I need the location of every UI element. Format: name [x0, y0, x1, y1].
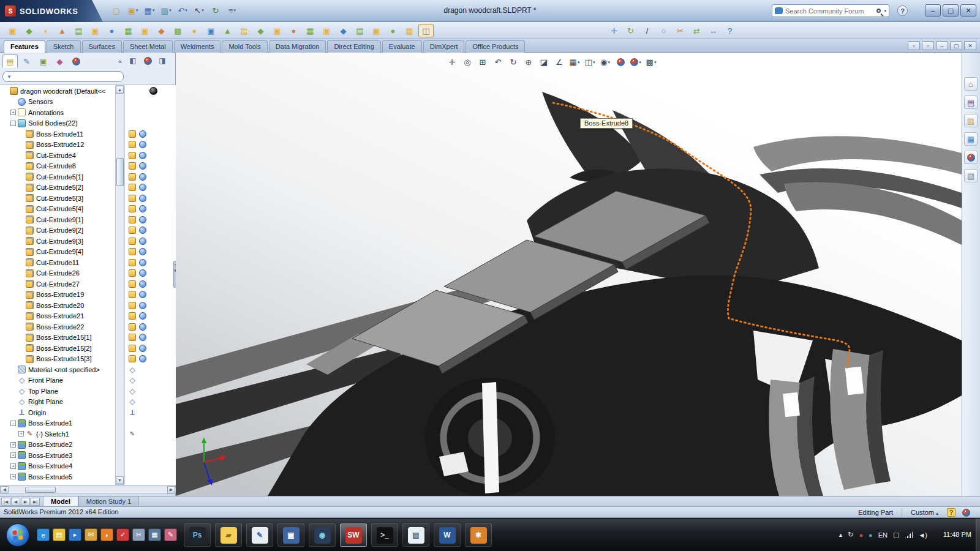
scroll-up-button[interactable]: ▲ — [116, 86, 124, 94]
appearance-sphere-icon[interactable] — [149, 87, 157, 95]
rotate-entities-icon[interactable]: ↻ — [623, 24, 638, 37]
display-mode-icon[interactable] — [139, 173, 146, 181]
previous-view-icon[interactable]: ↶ — [491, 56, 505, 69]
display-body-icon[interactable] — [129, 184, 136, 191]
network-tray-icon[interactable] — [905, 531, 913, 538]
snipping-tool-icon[interactable]: ✂ — [132, 528, 145, 541]
display-body-icon[interactable] — [129, 280, 136, 288]
tree-item[interactable]: Cut-Extrude9[4] — [0, 247, 115, 257]
tab-surfaces[interactable]: Surfaces — [82, 40, 122, 53]
antivirus-icon[interactable]: ✓ — [116, 528, 129, 541]
display-body-icon[interactable] — [129, 173, 136, 181]
view-palette-icon[interactable]: ▦ — [964, 132, 978, 146]
custom-macro-icon-22[interactable]: ▤ — [352, 24, 368, 37]
display-mode-icon[interactable] — [139, 184, 146, 191]
custom-macro-icon-12[interactable]: ● — [187, 24, 202, 37]
scrollbar-thumb[interactable] — [25, 487, 56, 493]
close-button[interactable]: ✕ — [960, 4, 976, 17]
tree-item[interactable]: Cut-Extrude5[1] — [0, 171, 115, 182]
display-body-icon[interactable] — [129, 269, 136, 277]
display-plane-icon[interactable]: ◇ — [129, 398, 136, 405]
antivirus-tray-icon[interactable]: ● — [859, 531, 863, 539]
select-icon[interactable]: ↖▾ — [192, 3, 206, 18]
display-plane-icon[interactable]: ◇ — [129, 377, 136, 384]
tree-item[interactable]: Boss-Extrude20 — [0, 300, 115, 310]
paint-icon[interactable]: ✎ — [164, 528, 177, 541]
status-appearance-icon[interactable] — [962, 509, 970, 517]
edit-appearance-icon[interactable] — [614, 56, 627, 69]
display-mode-icon[interactable] — [139, 216, 146, 223]
tree-item[interactable]: Boss-Extrude21 — [0, 311, 115, 321]
display-body-icon[interactable] — [129, 334, 136, 341]
tree-item[interactable]: Cut-Extrude9[2] — [0, 225, 115, 236]
custom-macro-icon-15[interactable]: ▤ — [236, 24, 252, 37]
custom-macro-icon-2[interactable]: ◆ — [21, 24, 37, 37]
propertymanager-tab-icon[interactable]: ✎ — [19, 54, 34, 68]
tab-sketch[interactable]: Sketch — [47, 40, 81, 53]
tree-expander[interactable]: + — [18, 431, 24, 437]
custom-macro-icon-23[interactable]: ▣ — [369, 24, 384, 37]
display-mode-icon[interactable] — [139, 280, 146, 288]
apply-scene-icon[interactable]: ▾ — [629, 56, 643, 69]
collapse-tree-pane-button[interactable]: « — [115, 56, 125, 66]
windows-explorer-icon[interactable]: ▤ — [53, 528, 66, 541]
tree-expander[interactable]: + — [10, 452, 16, 458]
appearances-scenes-icon[interactable] — [964, 151, 978, 164]
display-mode-icon[interactable] — [139, 312, 146, 320]
display-mode-icon[interactable] — [139, 130, 146, 138]
notepad-icon[interactable]: ▤ — [402, 523, 429, 547]
view-orientation-icon[interactable]: ▦▾ — [568, 56, 581, 69]
custom-macro-icon-7[interactable]: ● — [104, 24, 119, 37]
display-body-icon[interactable] — [129, 130, 136, 138]
tree-item[interactable]: +Boss-Extrude2 — [0, 440, 115, 450]
doc-tab-nav-button[interactable]: ▶ — [21, 498, 30, 506]
custom-macro-icon-4[interactable]: ▲ — [55, 24, 70, 37]
tree-expander[interactable]: - — [10, 121, 16, 126]
configurationmanager-tab-icon[interactable]: ▣ — [36, 54, 51, 68]
tree-item[interactable]: dragon woodcraft (Default<< — [0, 86, 115, 96]
tab-dimxpert[interactable]: DimXpert — [423, 40, 465, 53]
custom-macro-icon-25[interactable]: ▦ — [402, 24, 417, 37]
display-body-icon[interactable] — [129, 195, 136, 202]
toolbar-help-icon[interactable]: ? — [722, 24, 737, 37]
section-view-icon[interactable]: ◪ — [537, 56, 551, 69]
custom-macro-icon-9[interactable]: ▣ — [137, 24, 153, 37]
community-search-box[interactable]: ▾ — [772, 4, 889, 17]
tree-item[interactable]: Boss-Extrude22 — [0, 321, 115, 332]
display-mode-icon[interactable] — [139, 269, 146, 277]
tree-item[interactable]: +Boss-Extrude4 — [0, 461, 115, 471]
display-body-icon[interactable] — [129, 162, 136, 170]
display-mode-icon[interactable] — [139, 195, 146, 202]
custom-macro-icon-10[interactable]: ◆ — [154, 24, 169, 37]
tree-item[interactable]: Cut-Extrude4 — [0, 150, 115, 160]
tree-item[interactable]: Boss-Extrude15[1] — [0, 332, 115, 343]
display-mode-icon[interactable] — [139, 291, 146, 298]
doc-cascade-icon[interactable]: ▫ — [908, 41, 920, 50]
taskbar-clock[interactable]: 11:48 PM — [943, 531, 971, 538]
custom-macro-icon-24[interactable]: ● — [385, 24, 401, 37]
custom-macro-icon-3[interactable]: ◖ — [38, 24, 53, 37]
undo-icon[interactable]: ↶▾ — [175, 3, 190, 18]
scrollbar-thumb[interactable] — [116, 158, 124, 186]
rebuild-icon[interactable]: ↻ — [208, 3, 223, 18]
tree-item[interactable]: Cut-Extrude8 — [0, 161, 115, 171]
tree-item[interactable]: Boss-Extrude19 — [0, 290, 115, 300]
units-dropdown[interactable]: Custom▴ — [911, 509, 938, 516]
scroll-left-button[interactable]: ◀ — [1, 486, 9, 493]
tree-item[interactable]: Cut-Extrude27 — [0, 279, 115, 289]
tab-sheet-metal[interactable]: Sheet Metal — [123, 40, 173, 53]
view-settings-icon[interactable]: ▩▾ — [644, 56, 658, 69]
display-body-icon[interactable] — [129, 238, 136, 245]
command-prompt-icon[interactable]: >_ — [371, 523, 398, 547]
move-entities-icon[interactable]: ✛ — [606, 24, 622, 37]
zoom-to-fit-icon[interactable]: ◎ — [461, 56, 474, 69]
photo-viewer-icon[interactable]: ▣ — [277, 523, 304, 547]
solidworks-icon[interactable]: SW — [340, 523, 367, 547]
featuremanager-tab-icon[interactable]: ▤ — [2, 54, 18, 68]
display-mode-icon[interactable] — [139, 345, 146, 352]
tree-item[interactable]: Sensors — [0, 97, 115, 107]
display-plane-icon[interactable]: ◇ — [129, 388, 136, 395]
display-body-icon[interactable] — [129, 259, 136, 266]
tree-item[interactable]: Cut-Extrude9[3] — [0, 236, 115, 246]
display-mode-icon[interactable] — [139, 355, 146, 362]
